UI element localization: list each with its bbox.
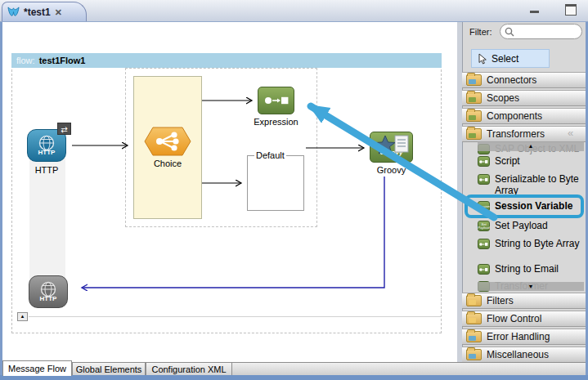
transformer-icon: [478, 239, 490, 249]
folder-icon: [466, 295, 482, 306]
http-response-node[interactable]: HTTP: [29, 275, 68, 308]
category-label: Transformers: [487, 128, 545, 140]
folder-icon: [466, 331, 482, 342]
editor-tab-bar: [0, 0, 588, 22]
item-label: Script: [495, 155, 520, 167]
http-icon-text: HTTP: [40, 296, 57, 302]
expression-node-label: Expression: [235, 117, 317, 127]
palette-category-components[interactable]: Components: [462, 108, 586, 124]
scroll-up-indicator[interactable]: ▲: [478, 141, 584, 151]
choice-node-label: Choice: [133, 159, 202, 168]
session-variable-selection-ring: [465, 194, 584, 218]
tab-title: *test1: [24, 7, 51, 18]
tab-global-elements[interactable]: Global Elements: [72, 362, 146, 376]
scroll-down-indicator[interactable]: ▼: [478, 282, 584, 291]
tab-label: Global Elements: [76, 364, 142, 374]
palette-item-string-to-email[interactable]: String to Email: [478, 263, 586, 275]
palette-item-string-to-byte-array[interactable]: String to Byte Array: [478, 238, 586, 249]
http-node-label: HTTP: [19, 165, 74, 175]
tab-message-flow[interactable]: Message Flow: [2, 360, 72, 376]
flow-header[interactable]: flow: test1Flow1: [11, 53, 442, 68]
category-label: Connectors: [487, 74, 536, 86]
tab-close-icon[interactable]: ✕: [55, 8, 62, 16]
palette-item-set-payload[interactable]: Set Payload Set Payload: [478, 220, 586, 231]
transformer-icon: [478, 156, 490, 167]
palette-category-connectors[interactable]: Connectors: [462, 72, 586, 88]
palette-category-scopes[interactable]: Scopes: [462, 90, 586, 106]
editor-tab-test1[interactable]: *test1 ✕: [2, 2, 87, 21]
folder-icon: [466, 110, 482, 122]
category-label: Miscellaneous: [487, 349, 549, 360]
category-label: Flow Control: [487, 313, 541, 324]
minimize-view-icon[interactable]: [530, 4, 539, 13]
tab-label: Configuration XML: [151, 364, 226, 374]
select-tool-label: Select: [491, 53, 518, 65]
transformer-icon: [478, 264, 490, 275]
groovy-star-doc-glyph: [374, 135, 411, 154]
tab-label: Message Flow: [8, 364, 66, 373]
palette-pin-icon[interactable]: «: [568, 127, 572, 139]
palette-category-flow-control[interactable]: Flow Control: [462, 311, 586, 327]
palette-category-filters[interactable]: Filters: [462, 293, 586, 309]
folder-icon: [466, 92, 482, 104]
item-label: Set Payload: [495, 220, 548, 231]
category-label: Filters: [487, 295, 514, 306]
folder-icon: [466, 128, 482, 140]
canvas-collapse-button[interactable]: ▲: [17, 312, 28, 321]
groovy-component-icon[interactable]: Groovy: [370, 132, 413, 163]
palette-category-error-handling[interactable]: Error Handling: [462, 329, 586, 345]
flow-prefix-label: flow:: [16, 56, 35, 65]
filter-label: Filter:: [469, 27, 492, 37]
mule-studio-window: *test1 ✕ flow: test1Flow1 HTTP ⇄ HTTP: [0, 0, 588, 380]
search-icon: [505, 27, 514, 37]
default-route-box[interactable]: [247, 155, 304, 211]
palette-select-tool[interactable]: Select: [471, 49, 550, 68]
flow-name-label: test1Flow1: [39, 56, 86, 65]
palette-item-script[interactable]: Script: [478, 155, 586, 167]
window-bottom-border: [0, 375, 588, 380]
set-payload-icon: Set Payload: [478, 221, 490, 231]
category-label: Scopes: [487, 92, 519, 104]
palette-item-serializable-to-byte-array[interactable]: Serializable to Byte Array: [478, 173, 586, 196]
folder-icon: [466, 349, 482, 360]
canvas-divider-line: [29, 316, 442, 317]
category-label: Error Handling: [487, 331, 550, 342]
item-label: String to Byte Array: [495, 238, 579, 249]
folder-icon: [466, 74, 482, 86]
expression-transformer-icon[interactable]: [258, 87, 294, 114]
palette-filter-input[interactable]: [500, 24, 582, 39]
palette-category-miscellaneous[interactable]: Miscellaneous: [462, 346, 586, 363]
mule-icon: [7, 7, 20, 18]
transformer-icon: [478, 174, 490, 185]
default-route-label: Default: [254, 150, 286, 160]
category-label: Components: [487, 110, 542, 122]
item-label: String to Email: [495, 263, 559, 275]
groovy-node-label: Groovy: [364, 165, 419, 175]
tab-configuration-xml[interactable]: Configuration XML: [146, 362, 232, 376]
http-icon-text: HTTP: [38, 150, 56, 156]
dot-arrow-square-glyph: [264, 95, 289, 106]
item-label: Serializable to Byte Array: [495, 173, 586, 196]
exchange-pattern-badge-icon[interactable]: ⇄: [57, 123, 71, 135]
folder-icon: [466, 313, 482, 324]
maximize-view-icon[interactable]: [565, 4, 577, 16]
cursor-icon: [478, 53, 487, 65]
choice-router-icon[interactable]: [144, 127, 191, 156]
